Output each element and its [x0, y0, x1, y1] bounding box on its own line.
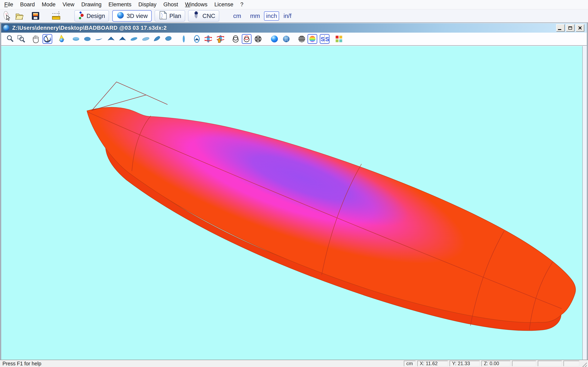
minimize-button[interactable] — [556, 24, 565, 32]
cnc-mode-button[interactable]: CNC — [188, 10, 219, 22]
pan-hand-icon[interactable] — [31, 34, 41, 44]
striped-sphere-icon[interactable] — [297, 34, 307, 44]
unit-mm[interactable]: mm — [248, 12, 262, 20]
design-icon — [78, 11, 85, 21]
zoom-icon[interactable] — [5, 34, 15, 44]
save-icon[interactable] — [30, 11, 41, 21]
menu-drawing[interactable]: Drawing — [78, 1, 105, 8]
mesh-sphere-icon[interactable] — [253, 34, 263, 44]
3d-view-label: 3D view — [127, 13, 148, 19]
status-empty-panel-3 — [563, 361, 579, 366]
nose-guide-wireframe — [92, 82, 168, 110]
main-toolbar: Design 3D view Plan — [0, 9, 588, 23]
new-board-icon[interactable] — [2, 11, 12, 21]
zoom-window-icon[interactable] — [16, 34, 26, 44]
rotate-yaw-icon[interactable] — [203, 34, 213, 44]
maximize-button[interactable] — [566, 24, 575, 32]
document-title: Z:\Users\dennery\Desktop\BADBOARD @03 03… — [12, 25, 167, 31]
menu-board[interactable]: Board — [17, 1, 38, 8]
menu-help[interactable]: ? — [237, 1, 247, 8]
textured-sphere-icon[interactable] — [281, 34, 291, 44]
menu-bar: File Board Mode View Drawing Elements Di… — [0, 0, 588, 9]
rotate-3d-icon[interactable] — [43, 34, 52, 44]
close-button[interactable] — [576, 24, 584, 32]
design-mode-button[interactable]: Design — [74, 10, 109, 22]
menu-windows[interactable]: Windows — [182, 1, 211, 8]
color-palette-icon[interactable] — [334, 34, 344, 44]
document-titlebar[interactable]: Z:\Users\dennery\Desktop\BADBOARD @03 03… — [1, 23, 587, 33]
view-perspective-b-icon[interactable] — [141, 34, 151, 44]
unit-cm[interactable]: cm — [231, 12, 243, 20]
menu-license[interactable]: License — [211, 1, 237, 8]
unit-in-f[interactable]: in/f — [282, 12, 294, 20]
plan-icon — [159, 11, 167, 21]
cnc-icon — [192, 11, 200, 21]
status-z-coordinate: Z: 0.00 — [481, 361, 510, 366]
menu-file[interactable]: File — [1, 1, 17, 8]
maximize-icon — [568, 26, 572, 30]
view-bottom-icon[interactable] — [82, 34, 92, 44]
status-bar: Press F1 for help cm X: 11.62 Y: 21.33 Z… — [0, 360, 588, 367]
close-icon — [578, 26, 582, 30]
resize-grip[interactable] — [581, 362, 587, 367]
viewport-3d[interactable] — [1, 46, 583, 360]
flow-lines-icon[interactable]: S S — [320, 34, 329, 44]
svg-text:S: S — [321, 36, 325, 42]
window-right-frame — [583, 46, 587, 360]
design-label: Design — [86, 13, 105, 19]
rotate-pitch-icon[interactable] — [215, 34, 225, 44]
wireframe-red-sphere-icon[interactable] — [242, 34, 251, 44]
wireframe-sphere-icon[interactable] — [231, 34, 241, 44]
rainbow-sphere-icon[interactable] — [307, 34, 317, 44]
status-help-text: Press F1 for help — [1, 361, 41, 367]
view-deck-icon[interactable] — [71, 34, 81, 44]
status-empty-panel-2 — [538, 361, 562, 366]
view-tail-icon[interactable] — [118, 34, 127, 44]
minimize-icon — [558, 29, 561, 30]
plan-mode-button[interactable]: Plan — [155, 10, 185, 22]
status-empty-panel-1 — [512, 361, 536, 366]
status-unit: cm — [404, 361, 416, 366]
cnc-label: CNC — [202, 13, 215, 19]
plan-label: Plan — [169, 13, 181, 19]
view-rocker-icon[interactable] — [94, 34, 104, 44]
svg-text:S: S — [325, 36, 329, 42]
surfboard-model — [60, 60, 582, 360]
document-icon — [3, 25, 9, 31]
document-window: Z:\Users\dennery\Desktop\BADBOARD @03 03… — [0, 23, 588, 360]
rotate-vertical-icon[interactable] — [192, 34, 202, 44]
menu-view[interactable]: View — [59, 1, 78, 8]
open-file-icon[interactable] — [14, 11, 25, 21]
view-quarter-tail-icon[interactable] — [164, 34, 173, 44]
menu-ghost[interactable]: Ghost — [160, 1, 182, 8]
status-x-coordinate: X: 11.62 — [417, 361, 448, 366]
surfboard-render — [1, 46, 582, 360]
view-profile-icon[interactable] — [179, 34, 189, 44]
3d-view-icon — [116, 11, 125, 21]
view-perspective-a-icon[interactable] — [129, 34, 139, 44]
menu-elements[interactable]: Elements — [105, 1, 135, 8]
lighting-icon[interactable] — [57, 34, 67, 44]
menu-mode[interactable]: Mode — [38, 1, 59, 8]
3d-view-mode-button[interactable]: 3D view — [112, 10, 152, 22]
view-quarter-nose-icon[interactable] — [152, 34, 162, 44]
view-nose-icon[interactable] — [106, 34, 116, 44]
shaded-sphere-icon[interactable] — [269, 34, 279, 44]
status-y-coordinate: Y: 21.33 — [450, 361, 480, 366]
view-toolbar: S S — [1, 33, 587, 46]
dimensions-icon[interactable] — [51, 11, 62, 21]
menu-display[interactable]: Display — [135, 1, 160, 8]
unit-inch[interactable]: inch — [264, 11, 279, 21]
